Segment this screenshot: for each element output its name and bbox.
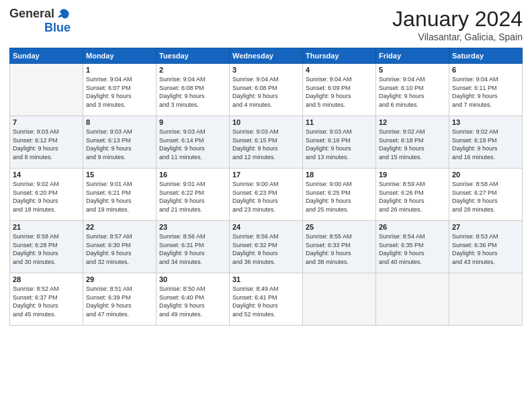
calendar-cell: 11Sunrise: 9:03 AMSunset: 6:16 PMDayligh… — [303, 116, 376, 169]
header: General Blue January 2024 Vilasantar, Ga… — [9, 7, 523, 42]
week-row-3: 14Sunrise: 9:02 AMSunset: 6:20 PMDayligh… — [10, 169, 523, 221]
calendar-cell: 6Sunrise: 9:04 AMSunset: 6:11 PMDaylight… — [449, 64, 523, 116]
day-number: 28 — [13, 275, 80, 283]
calendar-cell — [303, 273, 376, 326]
calendar-cell: 16Sunrise: 9:01 AMSunset: 6:22 PMDayligh… — [157, 169, 230, 221]
day-info: Sunrise: 9:03 AMSunset: 6:12 PMDaylight:… — [13, 128, 80, 161]
calendar-cell: 22Sunrise: 8:57 AMSunset: 6:30 PMDayligh… — [83, 221, 157, 273]
week-row-4: 21Sunrise: 8:58 AMSunset: 6:28 PMDayligh… — [10, 221, 523, 273]
calendar-cell: 18Sunrise: 9:00 AMSunset: 6:25 PMDayligh… — [303, 169, 376, 221]
calendar-cell: 21Sunrise: 8:58 AMSunset: 6:28 PMDayligh… — [10, 221, 83, 273]
col-header-wednesday: Wednesday — [230, 48, 303, 64]
day-info: Sunrise: 9:01 AMSunset: 6:21 PMDaylight:… — [86, 180, 153, 214]
day-number: 12 — [379, 118, 446, 126]
calendar-cell: 4Sunrise: 9:04 AMSunset: 6:09 PMDaylight… — [303, 64, 376, 116]
day-info: Sunrise: 9:04 AMSunset: 6:10 PMDaylight:… — [379, 75, 446, 109]
day-number: 25 — [306, 223, 373, 231]
col-header-saturday: Saturday — [449, 48, 523, 64]
calendar-cell: 7Sunrise: 9:03 AMSunset: 6:12 PMDaylight… — [10, 116, 83, 169]
day-info: Sunrise: 9:03 AMSunset: 6:16 PMDaylight:… — [306, 128, 373, 161]
day-number: 5 — [379, 66, 446, 74]
month-title: January 2024 — [392, 7, 523, 32]
day-number: 20 — [452, 171, 519, 179]
week-row-1: 1Sunrise: 9:04 AMSunset: 6:07 PMDaylight… — [10, 64, 523, 116]
day-number: 11 — [306, 118, 373, 126]
day-info: Sunrise: 9:00 AMSunset: 6:25 PMDaylight:… — [306, 180, 373, 214]
calendar-cell: 31Sunrise: 8:49 AMSunset: 6:41 PMDayligh… — [230, 273, 303, 326]
day-number: 8 — [86, 118, 153, 126]
day-number: 31 — [232, 275, 300, 283]
day-number: 3 — [232, 66, 300, 74]
title-block: January 2024 Vilasantar, Galicia, Spain — [392, 7, 523, 42]
day-info: Sunrise: 8:57 AMSunset: 6:30 PMDaylight:… — [86, 232, 153, 266]
day-info: Sunrise: 8:53 AMSunset: 6:36 PMDaylight:… — [452, 232, 519, 266]
day-info: Sunrise: 8:56 AMSunset: 6:32 PMDaylight:… — [232, 232, 300, 266]
calendar-cell: 25Sunrise: 8:55 AMSunset: 6:33 PMDayligh… — [303, 221, 376, 273]
calendar-cell: 20Sunrise: 8:58 AMSunset: 6:27 PMDayligh… — [449, 169, 523, 221]
day-info: Sunrise: 9:02 AMSunset: 6:18 PMDaylight:… — [379, 128, 446, 161]
day-number: 29 — [86, 275, 153, 283]
logo-blue-text: Blue — [44, 21, 71, 35]
calendar-cell: 15Sunrise: 9:01 AMSunset: 6:21 PMDayligh… — [83, 169, 157, 221]
day-number: 4 — [306, 66, 373, 74]
day-info: Sunrise: 8:54 AMSunset: 6:35 PMDaylight:… — [379, 232, 446, 266]
col-header-monday: Monday — [83, 48, 157, 64]
calendar-cell: 14Sunrise: 9:02 AMSunset: 6:20 PMDayligh… — [10, 169, 83, 221]
day-info: Sunrise: 8:51 AMSunset: 6:39 PMDaylight:… — [86, 285, 153, 318]
calendar-cell: 27Sunrise: 8:53 AMSunset: 6:36 PMDayligh… — [449, 221, 523, 273]
calendar-cell — [10, 64, 83, 116]
calendar-cell: 8Sunrise: 9:03 AMSunset: 6:13 PMDaylight… — [83, 116, 157, 169]
header-row: SundayMondayTuesdayWednesdayThursdayFrid… — [10, 48, 523, 64]
day-number: 27 — [452, 223, 519, 231]
day-info: Sunrise: 9:03 AMSunset: 6:13 PMDaylight:… — [86, 128, 153, 161]
calendar-table: SundayMondayTuesdayWednesdayThursdayFrid… — [9, 48, 523, 326]
calendar-cell — [376, 273, 449, 326]
calendar-cell: 1Sunrise: 9:04 AMSunset: 6:07 PMDaylight… — [83, 64, 157, 116]
calendar-cell: 9Sunrise: 9:03 AMSunset: 6:14 PMDaylight… — [157, 116, 230, 169]
day-number: 15 — [86, 171, 153, 179]
day-info: Sunrise: 9:01 AMSunset: 6:22 PMDaylight:… — [159, 180, 226, 214]
day-number: 18 — [306, 171, 373, 179]
day-number: 22 — [86, 223, 153, 231]
day-number: 13 — [452, 118, 519, 126]
calendar-cell: 23Sunrise: 8:56 AMSunset: 6:31 PMDayligh… — [157, 221, 230, 273]
col-header-tuesday: Tuesday — [157, 48, 230, 64]
day-number: 16 — [159, 171, 226, 179]
logo: General Blue — [9, 7, 71, 35]
day-number: 30 — [159, 275, 226, 283]
day-number: 7 — [13, 118, 80, 126]
day-info: Sunrise: 8:59 AMSunset: 6:26 PMDaylight:… — [379, 180, 446, 214]
calendar-cell: 24Sunrise: 8:56 AMSunset: 6:32 PMDayligh… — [230, 221, 303, 273]
calendar-cell: 5Sunrise: 9:04 AMSunset: 6:10 PMDaylight… — [376, 64, 449, 116]
calendar-cell: 30Sunrise: 8:50 AMSunset: 6:40 PMDayligh… — [157, 273, 230, 326]
day-info: Sunrise: 9:04 AMSunset: 6:07 PMDaylight:… — [86, 75, 153, 109]
day-number: 10 — [232, 118, 300, 126]
day-number: 24 — [232, 223, 300, 231]
day-number: 26 — [379, 223, 446, 231]
day-info: Sunrise: 8:50 AMSunset: 6:40 PMDaylight:… — [159, 285, 226, 318]
col-header-thursday: Thursday — [303, 48, 376, 64]
calendar-cell: 29Sunrise: 8:51 AMSunset: 6:39 PMDayligh… — [83, 273, 157, 326]
day-number: 2 — [159, 66, 226, 74]
day-info: Sunrise: 9:02 AMSunset: 6:20 PMDaylight:… — [13, 180, 80, 214]
calendar-cell: 28Sunrise: 8:52 AMSunset: 6:37 PMDayligh… — [10, 273, 83, 326]
logo-bird-icon — [56, 7, 71, 21]
col-header-friday: Friday — [376, 48, 449, 64]
day-info: Sunrise: 8:58 AMSunset: 6:27 PMDaylight:… — [452, 180, 519, 214]
day-info: Sunrise: 9:00 AMSunset: 6:23 PMDaylight:… — [232, 180, 300, 214]
day-info: Sunrise: 9:04 AMSunset: 6:08 PMDaylight:… — [232, 75, 300, 109]
calendar-cell: 19Sunrise: 8:59 AMSunset: 6:26 PMDayligh… — [376, 169, 449, 221]
calendar-cell — [449, 273, 523, 326]
day-number: 14 — [13, 171, 80, 179]
col-header-sunday: Sunday — [10, 48, 83, 64]
day-info: Sunrise: 8:49 AMSunset: 6:41 PMDaylight:… — [232, 285, 300, 318]
calendar-cell: 3Sunrise: 9:04 AMSunset: 6:08 PMDaylight… — [230, 64, 303, 116]
page: General Blue January 2024 Vilasantar, Ga… — [0, 0, 532, 411]
day-info: Sunrise: 9:04 AMSunset: 6:09 PMDaylight:… — [306, 75, 373, 109]
day-info: Sunrise: 8:52 AMSunset: 6:37 PMDaylight:… — [13, 285, 80, 318]
day-number: 21 — [13, 223, 80, 231]
day-number: 17 — [232, 171, 300, 179]
calendar-cell: 17Sunrise: 9:00 AMSunset: 6:23 PMDayligh… — [230, 169, 303, 221]
day-info: Sunrise: 9:03 AMSunset: 6:15 PMDaylight:… — [232, 128, 300, 161]
day-info: Sunrise: 9:02 AMSunset: 6:19 PMDaylight:… — [452, 128, 519, 161]
